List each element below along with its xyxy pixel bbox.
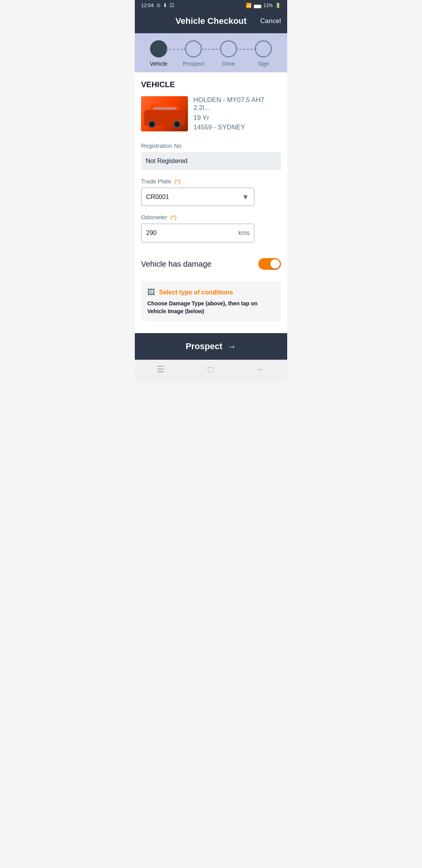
vehicle-image <box>141 96 188 131</box>
main-content: VEHICLE HOLDEN - MY07.5 AH7 2.2l... 19 Y… <box>135 72 287 333</box>
odometer-input-wrapper: kms <box>141 224 254 242</box>
battery-text: 11% <box>263 3 273 8</box>
download-icon: ⬇ <box>163 2 167 8</box>
vehicle-info: HOLDEN - MY07.5 AH7 2.2l... 19 Yr 14559 … <box>193 96 281 131</box>
status-bar: 12:04 ⊙ ⬇ ☑ 📶 ▅▅ 11% 🔋 <box>135 0 287 11</box>
cancel-button[interactable]: Cancel <box>260 17 281 25</box>
step-label-prospect: Prospect <box>183 61 204 67</box>
header: Vehicle Checkout Cancel <box>135 11 287 33</box>
vehicle-card: HOLDEN - MY07.5 AH7 2.2l... 19 Yr 14559 … <box>141 96 281 131</box>
status-right: 📶 ▅▅ 11% 🔋 <box>246 3 281 8</box>
image-icon: 🖼 <box>147 288 155 297</box>
damage-toggle-label: Vehicle has damage <box>141 260 211 269</box>
step-label-sign: Sign <box>258 61 269 67</box>
step-circle-vehicle <box>150 40 167 57</box>
vehicle-location: 14559 - SYDNEY <box>193 124 281 131</box>
signal-icon: ▅▅ <box>254 3 261 8</box>
car-wheel-right <box>173 120 181 128</box>
vehicle-image-inner <box>141 96 188 131</box>
odometer-required: (*) <box>170 214 177 221</box>
next-button-label: Prospect <box>186 341 222 352</box>
trade-plate-field-group: Trade Plate (*) CR0001 CR0002 CR0003 ▼ <box>141 178 281 206</box>
registration-label: Registration No <box>141 142 281 149</box>
toggle-knob <box>270 259 280 269</box>
damage-header: 🖼 Select type of conditions <box>147 288 275 297</box>
damage-description: Choose Damage Type (above), then tap on … <box>147 300 275 315</box>
damage-toggle-row[interactable]: Vehicle has damage <box>141 250 281 278</box>
car-wheel-left <box>148 120 156 128</box>
header-title: Vehicle Checkout <box>175 16 247 26</box>
step-drive[interactable]: Drive <box>211 40 246 67</box>
check-icon: ☑ <box>170 2 174 8</box>
step-label-vehicle: Vehicle <box>150 61 167 67</box>
odometer-field-group: Odometer (*) kms <box>141 214 281 242</box>
odometer-input[interactable] <box>141 224 254 242</box>
damage-section[interactable]: 🖼 Select type of conditions Choose Damag… <box>141 282 281 321</box>
next-button[interactable]: Prospect → <box>135 333 287 360</box>
wifi-icon: 📶 <box>246 3 252 8</box>
trade-plate-select-wrapper: CR0001 CR0002 CR0003 ▼ <box>141 188 254 206</box>
step-sign[interactable]: Sign <box>246 40 281 67</box>
status-time: 12:04 <box>141 2 154 8</box>
back-icon[interactable]: ← <box>257 364 265 375</box>
registration-field-group: Registration No <box>141 142 281 170</box>
step-circle-drive <box>220 40 237 57</box>
step-circle-sign <box>255 40 272 57</box>
menu-icon[interactable]: ☰ <box>157 364 165 375</box>
trade-plate-required: (*) <box>174 178 181 185</box>
step-label-drive: Drive <box>222 61 235 67</box>
home-icon[interactable]: □ <box>208 364 213 375</box>
next-button-arrow: → <box>227 341 236 352</box>
odometer-unit: kms <box>238 230 250 237</box>
vehicle-name: HOLDEN - MY07.5 AH7 2.2l... <box>193 96 281 112</box>
trade-plate-label: Trade Plate (*) <box>141 178 281 185</box>
section-title: VEHICLE <box>141 80 281 89</box>
damage-section-title: Select type of conditions <box>159 289 233 296</box>
clock-icon: ⊙ <box>156 2 161 8</box>
bottom-nav: ☰ □ ← <box>135 360 287 382</box>
trade-plate-select[interactable]: CR0001 CR0002 CR0003 <box>141 188 254 206</box>
vehicle-year: 19 Yr <box>193 114 281 122</box>
step-vehicle[interactable]: Vehicle <box>141 40 176 67</box>
step-circle-prospect <box>185 40 202 57</box>
damage-toggle-switch[interactable] <box>258 258 281 270</box>
battery-icon: 🔋 <box>275 3 281 8</box>
status-left: 12:04 ⊙ ⬇ ☑ <box>141 2 174 8</box>
odometer-label: Odometer (*) <box>141 214 281 221</box>
registration-input[interactable] <box>141 152 281 170</box>
steps-container: Vehicle Prospect Drive Sign <box>135 33 287 72</box>
step-prospect[interactable]: Prospect <box>176 40 211 67</box>
